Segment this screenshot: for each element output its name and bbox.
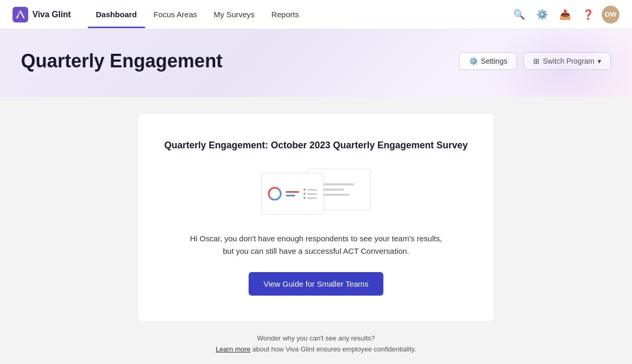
hero-actions: ⚙️ Settings ⊞ Switch Program ▾ [459,52,611,70]
logo-icon [13,7,28,22]
gear-icon: ⚙️ [536,9,548,20]
illus-bar-blue [286,195,295,196]
settings-button[interactable]: ⚙️ [533,5,552,24]
switch-program-btn[interactable]: ⊞ Switch Program ▾ [523,52,611,70]
svg-rect-0 [13,7,28,22]
nav-dashboard[interactable]: Dashboard [88,1,145,28]
page-title: Quarterly Engagement [21,50,223,72]
illus-bar-red [286,191,299,193]
nav-reports[interactable]: Reports [263,1,308,28]
illus-donut-chart [268,187,282,201]
view-guide-button[interactable]: View Guide for Smaller Teams [249,272,383,296]
app-logo[interactable]: Viva Glint [13,7,71,22]
card-title: Quarterly Engagement: October 2023 Quart… [164,139,467,152]
navbar: Viva Glint Dashboard Focus Areas My Surv… [0,0,632,29]
help-button[interactable]: ❓ [579,5,598,24]
avatar[interactable]: OW [602,6,619,24]
illus-list-item-1 [303,189,317,191]
illus-list-items [303,189,317,199]
settings-btn[interactable]: ⚙️ Settings [459,52,518,70]
nav-focus-areas[interactable]: Focus Areas [145,1,205,28]
switch-icon: ⊞ [533,57,540,65]
settings-icon: ⚙️ [469,57,478,65]
illus-list-item-2 [303,193,317,195]
search-icon: 🔍 [513,9,525,20]
hero-section: Quarterly Engagement ⚙️ Settings ⊞ Switc… [0,29,632,97]
bell-icon: 📥 [559,9,571,20]
illustration [261,169,371,216]
nav-my-surveys[interactable]: My Surveys [205,1,263,28]
main-content: Quarterly Engagement: October 2023 Quart… [0,97,632,364]
card-description: Hi Oscar, you don't have enough responde… [185,232,447,257]
footer-note: Wonder why you can't see any results? Le… [21,333,611,355]
help-icon: ❓ [582,9,594,20]
nav-links: Dashboard Focus Areas My Surveys Reports [88,1,510,28]
search-button[interactable]: 🔍 [510,5,529,24]
engagement-card: Quarterly Engagement: October 2023 Quart… [138,114,494,321]
illus-front-doc [261,173,324,215]
illus-list-item-3 [303,197,317,199]
illus-bar-list [286,191,299,196]
chevron-down-icon: ▾ [598,57,601,65]
learn-more-link[interactable]: Learn more [216,345,250,353]
notifications-button[interactable]: 📥 [556,5,575,24]
nav-icons: 🔍 ⚙️ 📥 ❓ OW [510,5,619,24]
app-name: Viva Glint [32,10,71,19]
